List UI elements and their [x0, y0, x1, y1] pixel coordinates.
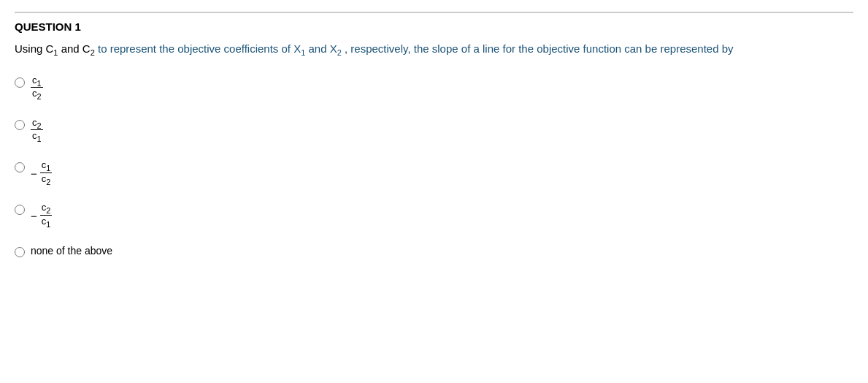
- none-of-above-text: none of the above: [31, 245, 112, 257]
- numerator-neg-c1: c1: [40, 159, 53, 173]
- option-5-label[interactable]: none of the above: [31, 244, 112, 257]
- option-4-radio[interactable]: [15, 205, 25, 215]
- fraction-c1-c2: c1 c2: [31, 75, 43, 101]
- neg-fraction-c1-c2: − c1 c2: [31, 159, 52, 186]
- option-1-label[interactable]: c1 c2: [31, 75, 43, 101]
- numerator-c2: c2: [31, 117, 43, 131]
- option-4-label[interactable]: − c2 c1: [31, 202, 52, 228]
- neg-fraction-c2-c1: − c2 c1: [31, 202, 52, 228]
- fraction-neg-c1-c2: c1 c2: [40, 159, 53, 186]
- option-1-radio[interactable]: [15, 77, 25, 88]
- negative-sign-4: −: [31, 211, 37, 221]
- option-3-label[interactable]: − c1 c2: [31, 159, 52, 186]
- fraction-neg-c2-c1: c2 c1: [40, 202, 53, 228]
- question-intro: Using C1: [15, 42, 58, 55]
- denominator-c2: c2: [31, 88, 43, 101]
- option-2-radio[interactable]: [15, 120, 25, 130]
- question-label: QUESTION 1: [15, 12, 853, 33]
- negative-sign-3: −: [31, 168, 37, 179]
- denominator-c1: c1: [31, 130, 43, 143]
- denominator-neg-c1: c1: [40, 216, 53, 229]
- option-5-radio[interactable]: [15, 247, 25, 257]
- option-1: c1 c2: [15, 75, 853, 101]
- fraction-c2-c1: c2 c1: [31, 117, 43, 143]
- denominator-neg-c2: c2: [40, 173, 53, 186]
- question-body: to represent the objective coefficients …: [98, 42, 734, 55]
- numerator-c1: c1: [31, 75, 43, 88]
- options-list: c1 c2 c2 c1 − c1 c2: [15, 75, 853, 258]
- numerator-neg-c2: c2: [40, 202, 53, 216]
- option-3: − c1 c2: [15, 159, 853, 186]
- question-and: and C2: [61, 42, 95, 55]
- option-2-label[interactable]: c2 c1: [31, 117, 43, 143]
- option-4: − c2 c1: [15, 202, 853, 228]
- option-3-radio[interactable]: [15, 162, 25, 172]
- option-5: none of the above: [15, 244, 853, 257]
- option-2: c2 c1: [15, 117, 853, 143]
- question-text: Using C1 and C2 to represent the objecti…: [15, 40, 853, 60]
